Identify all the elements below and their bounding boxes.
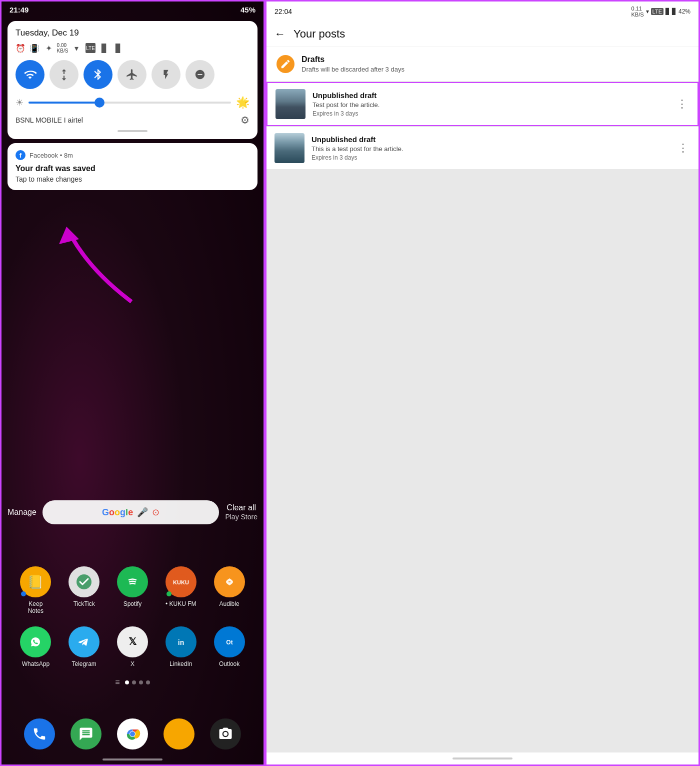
draft-image-2 [274, 133, 304, 163]
brightness-row: ☀ 🌟 [16, 96, 250, 109]
whatsapp-label: WhatsApp [22, 660, 50, 667]
dock-camera[interactable] [210, 718, 241, 749]
dot-indicator: ≡ [2, 678, 264, 687]
right-home-indicator [266, 752, 698, 764]
status-bar-right: 22:04 0.11KB/S ▾ LTE ▊ ▊ 42% [266, 2, 698, 22]
draft-thumb-1 [276, 89, 306, 119]
app-item-whatsapp[interactable]: WhatsApp [13, 626, 58, 667]
telegram-icon [68, 626, 100, 657]
draft-desc-1: Test post for the article. [312, 101, 668, 109]
menu-icon: ≡ [115, 678, 120, 687]
brightness-high-icon: 🌟 [236, 96, 250, 109]
app-row-1: 📒 KeepNotes TickTick [12, 566, 254, 614]
telegram-label: Telegram [72, 660, 96, 667]
battery-left: 45% [240, 6, 256, 14]
keepnotes-icon: 📒 [20, 566, 51, 597]
x-label: X [130, 660, 134, 667]
keepnotes-label: KeepNotes [28, 600, 44, 614]
qs-network: BSNL MOBILE I airtel ⚙ [16, 114, 250, 126]
draft-title-2: Unpublished draft [312, 135, 668, 144]
battery-right: 42% [678, 8, 690, 15]
wifi-icon-small: ▾ [72, 43, 82, 53]
bottom-bar: Manage Google 🎤 ⊙ Clear all Play Store [8, 500, 258, 524]
spotify-icon [117, 566, 148, 597]
dock-phone[interactable] [24, 718, 55, 749]
facebook-icon: f [16, 150, 26, 160]
data-speed-icon: 0.11KB/S [632, 6, 644, 18]
dot-4 [146, 680, 150, 684]
dot-2 [132, 680, 136, 684]
page-title: Your posts [294, 28, 345, 41]
flashlight-toggle[interactable] [152, 60, 180, 89]
outlook-icon: Ot [214, 626, 245, 657]
dock-messages[interactable] [70, 718, 102, 749]
draft-thumb-2 [274, 133, 304, 163]
app-grid: 📒 KeepNotes TickTick [2, 566, 264, 679]
svg-text:KUKU: KUKU [173, 579, 189, 585]
notif-header: f Facebook • 8m [16, 150, 250, 160]
dock-weather[interactable] [164, 718, 194, 749]
linkedin-icon: in [166, 626, 196, 657]
clear-all-button[interactable]: Clear all [225, 503, 258, 512]
app-item-ticktick[interactable]: TickTick [62, 566, 106, 614]
draft-more-2[interactable]: ⋮ [676, 140, 690, 157]
svg-text:in: in [178, 638, 184, 646]
bluetooth-icon-small: ✦ [44, 43, 54, 53]
audible-label: Audible [220, 600, 240, 607]
draft-item-2[interactable]: Unpublished draft This is a test post fo… [266, 127, 698, 169]
clear-all-area: Clear all Play Store [225, 503, 258, 521]
time-left: 21:49 [10, 6, 28, 14]
mic-icon[interactable]: 🎤 [137, 507, 148, 518]
spotify-label: Spotify [124, 600, 142, 607]
bluetooth-toggle[interactable] [84, 60, 112, 89]
lens-icon[interactable]: ⊙ [152, 507, 160, 518]
brightness-track[interactable] [28, 102, 231, 104]
outlook-label: Outlook [219, 660, 240, 667]
dock-chrome[interactable] [117, 718, 148, 749]
qs-icons-row: ⏰ 📳 ✦ 0.00KB/S ▾ LTE ▊ ▊ [16, 43, 250, 53]
app-item-spotify[interactable]: Spotify [110, 566, 155, 614]
google-search-bar[interactable]: Google 🎤 ⊙ [42, 500, 220, 524]
svg-point-18 [130, 731, 135, 736]
app-row-2: WhatsApp Telegram 𝕏 X [12, 626, 254, 667]
airplane-toggle[interactable] [118, 60, 146, 89]
audible-icon [214, 566, 245, 597]
manage-button[interactable]: Manage [8, 508, 36, 517]
draft-more-1[interactable]: ⋮ [674, 96, 690, 113]
app-item-linkedin[interactable]: in LinkedIn [158, 626, 204, 667]
wifi-toggle[interactable] [16, 60, 44, 89]
app-item-x[interactable]: 𝕏 X [110, 626, 155, 667]
app-item-outlook[interactable]: Ot Outlook [207, 626, 252, 667]
data-toggle[interactable] [50, 60, 78, 89]
right-content-area [266, 170, 698, 752]
app-item-telegram[interactable]: Telegram [62, 626, 106, 667]
back-button[interactable]: ← [274, 28, 286, 41]
drafts-subtitle: Drafts will be discarded after 3 days [302, 66, 404, 73]
draft-expiry-1: Expires in 3 days [312, 110, 668, 117]
left-panel: 21:49 45% Tuesday, Dec 19 ⏰ 📳 ✦ 0.00KB/S… [0, 0, 265, 766]
signal-icon-2: ▊ [672, 8, 676, 15]
draft-desc-2: This is a test post for the article. [312, 145, 668, 153]
notification-card[interactable]: f Facebook • 8m Your draft was saved Tap… [8, 143, 258, 190]
app-item-keepnotes[interactable]: 📒 KeepNotes [13, 566, 58, 614]
app-item-audible[interactable]: Audible [207, 566, 252, 614]
whatsapp-icon [20, 626, 51, 657]
time-right: 22:04 [274, 8, 292, 16]
draft-info-1: Unpublished draft Test post for the arti… [312, 91, 668, 117]
app-item-kukufm[interactable]: KUKU • KUKU FM [158, 566, 204, 614]
dnd-toggle[interactable] [186, 60, 214, 89]
draft-image-1 [276, 89, 306, 119]
draft-item-1[interactable]: Unpublished draft Test post for the arti… [266, 82, 698, 126]
brightness-fill [28, 102, 100, 104]
draft-info-2: Unpublished draft This is a test post fo… [312, 135, 668, 161]
data-speed-icon: 0.00KB/S [58, 43, 68, 53]
svg-text:Ot: Ot [226, 639, 232, 646]
signal-icon-1: ▊ [666, 8, 670, 15]
settings-gear-icon[interactable]: ⚙ [240, 114, 250, 126]
lte-icon: LTE [86, 43, 96, 53]
x-icon: 𝕏 [117, 626, 148, 657]
right-panel: 22:04 0.11KB/S ▾ LTE ▊ ▊ 42% ← Your post… [265, 0, 700, 766]
notif-app-name: Facebook • 8m [30, 152, 73, 159]
notif-body: Tap to make changes [16, 175, 250, 183]
dot-1 [125, 680, 129, 684]
